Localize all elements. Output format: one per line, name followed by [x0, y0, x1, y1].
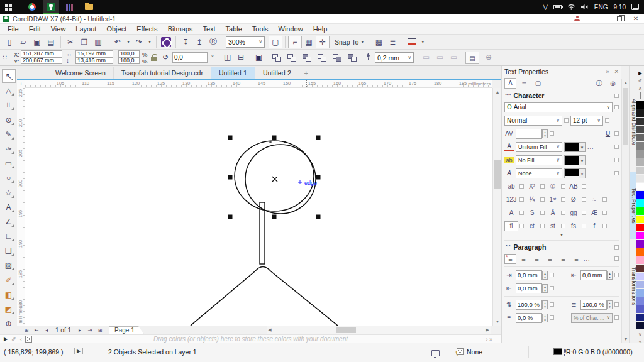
palette-swatch[interactable] — [636, 256, 644, 265]
palette-swatch[interactable] — [636, 273, 644, 281]
background-more-button[interactable]: ... — [587, 157, 594, 163]
stick-rectangle[interactable] — [260, 202, 265, 264]
coreldraw-taskbar-icon[interactable] — [43, 0, 59, 14]
spacing-mode-checkbox[interactable] — [614, 315, 619, 320]
opentype-checkbox[interactable] — [582, 224, 586, 228]
opentype-ab-button[interactable]: AB — [567, 182, 580, 192]
palette-swatch[interactable] — [636, 199, 644, 207]
font-size-select[interactable]: 12 pt∨ — [570, 116, 603, 126]
tent-curve[interactable] — [191, 267, 338, 326]
outline-more-button[interactable]: ... — [587, 170, 594, 177]
opentype-ab-button[interactable]: ab — [504, 182, 518, 192]
quick-customize-dropdown[interactable]: ▾ — [419, 36, 426, 48]
opentype-checkbox[interactable] — [602, 197, 607, 202]
combine-button[interactable]: ▣ — [255, 53, 262, 62]
selection-handles[interactable] — [228, 136, 321, 219]
connector-tool[interactable]: ∟ — [2, 229, 16, 243]
menu-bitmaps[interactable]: Bitmaps — [163, 25, 198, 33]
opentype-s-button[interactable]: S — [525, 208, 539, 218]
indent-first-checkbox[interactable] — [550, 273, 554, 277]
palette-swatch[interactable] — [636, 240, 644, 248]
cut-button[interactable]: ✂ — [64, 36, 77, 48]
palette-swatch[interactable] — [636, 305, 644, 314]
account-icon[interactable] — [574, 16, 580, 21]
menu-table[interactable]: Table — [221, 25, 247, 33]
opentype-checkbox[interactable] — [540, 184, 545, 189]
menu-view[interactable]: View — [46, 25, 71, 33]
scroll-up-arrow[interactable]: ▲ — [493, 88, 502, 96]
menu-tools[interactable]: Tools — [247, 25, 274, 33]
opentype-å-button[interactable]: Å — [546, 208, 560, 218]
opentype-fi-button[interactable]: fi — [504, 221, 518, 231]
opentype-checkbox[interactable] — [519, 197, 524, 202]
object-width-field[interactable]: 15,197 mm — [75, 50, 113, 57]
open-button[interactable]: ▱ — [16, 36, 30, 48]
opentype-gg-button[interactable]: gg — [567, 208, 580, 218]
outline-width-select[interactable]: 0,2 mm∨ — [375, 52, 414, 63]
align-none-button[interactable]: ≡ — [504, 254, 516, 264]
text-tool[interactable]: A — [2, 200, 16, 214]
document-tab-1[interactable]: Welcome Screen — [48, 67, 114, 79]
artistic-media-tool[interactable]: ✑ — [2, 142, 16, 156]
indent-right-checkbox[interactable] — [614, 273, 619, 277]
restore-button[interactable] — [611, 14, 628, 23]
paragraph-tab-button[interactable]: ≣ — [518, 78, 530, 89]
save-button[interactable]: ▣ — [30, 36, 44, 48]
palette-swatch[interactable] — [636, 118, 644, 126]
new-tab-button[interactable]: + — [299, 67, 313, 79]
spacing-mode-select[interactable]: % of Char. ...∨ — [571, 313, 613, 323]
opentype-æ-button[interactable]: Æ — [587, 208, 601, 218]
add-page-after-button[interactable]: ⊞ — [95, 326, 105, 334]
redo-button[interactable]: ↷ — [132, 36, 146, 48]
background-color-button[interactable]: ▾ — [564, 155, 586, 165]
left-indent-field[interactable]: 0,0 mm▴▾ — [516, 283, 548, 293]
opentype-checkbox[interactable] — [582, 211, 586, 215]
opentype-checkbox[interactable] — [540, 224, 545, 228]
selection-center-marker[interactable] — [272, 177, 277, 182]
character-section-checkbox[interactable] — [614, 94, 619, 98]
opentype-≈-button[interactable]: ≈ — [587, 195, 601, 205]
weld-button[interactable] — [272, 53, 282, 63]
start-button[interactable] — [0, 0, 16, 14]
y-position-field[interactable]: 200,867 mm — [21, 57, 62, 64]
palette-swatch[interactable] — [636, 134, 644, 142]
search-content-button[interactable] — [159, 36, 173, 48]
front-minus-back-button[interactable] — [332, 53, 343, 63]
minimize-button[interactable]: – — [595, 14, 611, 23]
character-tab-button[interactable]: A — [504, 78, 516, 89]
outline-type-select[interactable]: None∨ — [516, 168, 562, 178]
palette-strip-eyedropper-icon[interactable]: ✐ — [636, 77, 644, 84]
character-collapse-icon[interactable]: ⌃⌃ — [504, 93, 510, 99]
spacing-after-checkbox[interactable] — [614, 302, 619, 307]
color-eyedropper-tool[interactable]: ✐ — [2, 273, 16, 287]
shape-tool[interactable]: △ — [2, 84, 16, 97]
interactive-fill-tool[interactable]: ◩ — [2, 302, 16, 316]
wifi-icon[interactable] — [567, 4, 575, 10]
background-fill-select[interactable]: No Fill∨ — [516, 155, 562, 165]
document-tab-3[interactable]: Untitled-1 — [211, 67, 255, 79]
new-document-button[interactable]: ▯ — [3, 36, 16, 48]
paragraph-collapse-icon[interactable]: ⌃⌃ — [504, 244, 510, 250]
palette-swatch[interactable] — [636, 216, 644, 224]
palette-swatch[interactable] — [636, 207, 644, 216]
outline-color-button[interactable]: ∨ — [564, 168, 586, 178]
circle-right[interactable] — [245, 145, 316, 214]
palette-no-color[interactable] — [636, 92, 644, 99]
fill-color-button[interactable]: ▾ — [564, 142, 586, 152]
palette-swatch[interactable] — [636, 232, 644, 240]
library-taskbar-icon[interactable] — [62, 0, 78, 14]
ellipse-tool[interactable]: ○ — [2, 171, 16, 185]
opentype-checkbox[interactable] — [561, 211, 565, 215]
opentype-checkbox[interactable] — [561, 197, 565, 202]
palette-swatch[interactable] — [636, 314, 644, 322]
right-indent-field[interactable]: 0,0 mm▴▾ — [580, 270, 613, 280]
opentype-123-button[interactable]: 123 — [504, 195, 518, 205]
palette-swatch[interactable] — [636, 150, 644, 158]
import-button[interactable]: ↧ — [179, 36, 192, 48]
ruler-origin[interactable]: + — [17, 80, 25, 88]
object-height-field[interactable]: 13,416 mm — [75, 57, 113, 64]
document-tab-4[interactable]: Untitled-2 — [255, 67, 299, 79]
underline-checkbox[interactable] — [614, 131, 619, 136]
export-button[interactable]: ↥ — [192, 36, 206, 48]
indent-left-checkbox[interactable] — [550, 286, 554, 290]
